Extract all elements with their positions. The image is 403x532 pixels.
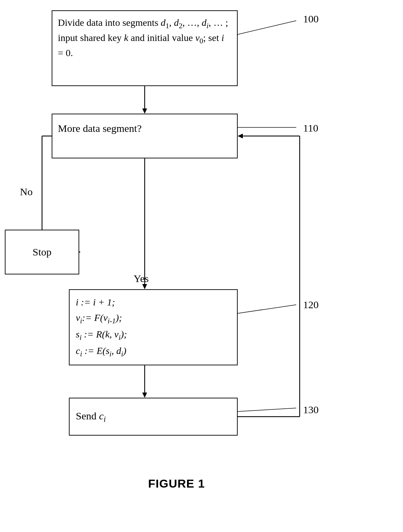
box-process-text: i := i + 1; vi:= F(vi-1); si := R(k, vi)…: [76, 297, 127, 356]
svg-marker-9: [142, 393, 147, 398]
ref-130: 130: [303, 404, 319, 416]
svg-line-14: [238, 21, 296, 34]
ref-110: 110: [303, 122, 318, 134]
box-stop: Stop: [5, 230, 79, 274]
box-decision: More data segment?: [52, 114, 238, 158]
label-yes: Yes: [134, 273, 149, 284]
svg-marker-1: [142, 108, 147, 114]
ref-100: 100: [303, 13, 319, 25]
svg-marker-13: [238, 134, 243, 138]
box-stop-text: Stop: [32, 245, 51, 259]
svg-line-17: [238, 408, 296, 411]
box-start: Divide data into segments d1, d2, …, di,…: [52, 10, 238, 86]
box-send: Send ci: [69, 398, 238, 436]
svg-marker-7: [142, 284, 147, 289]
box-decision-text: More data segment?: [58, 123, 142, 134]
box-send-text: Send ci: [76, 409, 106, 425]
diagram-container: Divide data into segments d1, d2, …, di,…: [0, 0, 403, 499]
box-start-text: Divide data into segments d1, d2, …, di,…: [58, 17, 228, 58]
svg-line-16: [238, 305, 296, 313]
label-no: No: [20, 186, 33, 198]
box-process: i := i + 1; vi:= F(vi-1); si := R(k, vi)…: [69, 289, 238, 365]
ref-120: 120: [303, 299, 319, 311]
figure-caption: FIGURE 1: [148, 477, 205, 490]
